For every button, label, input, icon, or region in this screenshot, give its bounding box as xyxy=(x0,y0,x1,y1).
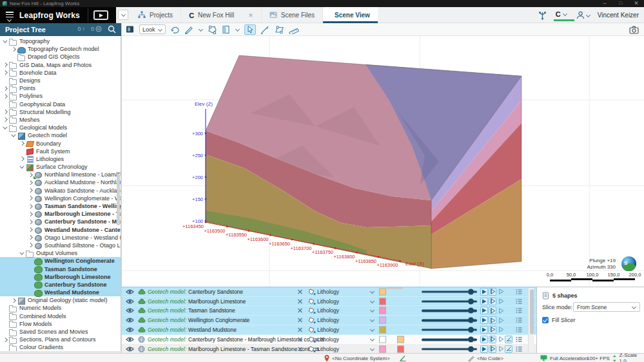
tab-scene-view[interactable]: Scene View xyxy=(323,7,378,23)
processing-play-button[interactable] xyxy=(93,10,108,20)
select-cursor-tool[interactable] xyxy=(244,24,256,35)
polygon-tool-icon[interactable] xyxy=(275,24,284,35)
window-minimize-button[interactable]: – xyxy=(599,0,610,7)
remove-shape-button[interactable] xyxy=(297,346,303,352)
show-nodes-button[interactable] xyxy=(497,326,505,334)
coordinate-system-status[interactable]: <No Coordinate System> xyxy=(324,354,407,362)
shape-properties-button[interactable] xyxy=(515,326,523,334)
chevron-right-icon[interactable] xyxy=(28,187,34,194)
colour-swatch[interactable] xyxy=(379,288,386,295)
tree-item[interactable]: Tasman Sandstone xyxy=(0,265,121,272)
orientation-globe-widget[interactable]: S xyxy=(621,256,636,271)
colour-swatch[interactable] xyxy=(397,336,404,343)
tree-item[interactable]: Points xyxy=(0,84,121,92)
colour-swatch[interactable] xyxy=(379,326,386,333)
texture-brush-button[interactable] xyxy=(505,345,512,353)
chevron-right-icon[interactable] xyxy=(28,195,34,202)
tree-item[interactable]: Original Geology (static model) xyxy=(0,296,121,304)
slice-mode-dropdown[interactable]: From Scene xyxy=(573,302,640,312)
colour-swatch[interactable] xyxy=(379,317,386,324)
tree-item[interactable]: Boundary xyxy=(0,139,121,147)
colouring-dropdown-chevron-icon[interactable] xyxy=(370,328,375,332)
show-nodes-button[interactable] xyxy=(497,345,505,353)
account-menu[interactable] xyxy=(576,11,590,19)
chevron-down-icon[interactable] xyxy=(3,124,9,131)
tree-item[interactable]: Canterbury Sandstone xyxy=(0,281,121,289)
tree-item[interactable]: Westland Mudstone - Canterbury Sands... xyxy=(0,226,121,234)
show-faces-button[interactable] xyxy=(480,298,488,305)
tree-item[interactable]: Meshes xyxy=(0,116,121,124)
chevron-right-icon[interactable] xyxy=(28,211,34,217)
shape-properties-button[interactable] xyxy=(515,288,523,296)
show-faces-button[interactable] xyxy=(480,307,488,314)
camera-snapshot-icon[interactable] xyxy=(629,24,639,35)
show-faces-button[interactable] xyxy=(480,336,488,343)
chevron-right-icon[interactable] xyxy=(3,117,9,123)
chevron-right-icon[interactable] xyxy=(3,336,9,343)
shape-properties-button[interactable] xyxy=(515,298,523,305)
tree-item[interactable]: Fault System xyxy=(0,148,121,155)
tree-scrollbar[interactable] xyxy=(117,174,120,225)
tree-item[interactable]: Otago Limestone - Westland Mudstone ... xyxy=(0,234,121,242)
draw-line-tool-icon[interactable] xyxy=(260,24,270,35)
slicer-box-icon[interactable] xyxy=(222,24,231,35)
tree-item[interactable]: Geological Models xyxy=(0,124,121,131)
show-faces-button[interactable] xyxy=(480,345,488,353)
main-menu-hamburger-icon[interactable] xyxy=(6,12,14,19)
visibility-eye-icon[interactable] xyxy=(126,298,134,304)
remove-shape-button[interactable] xyxy=(297,308,303,314)
show-edges-button[interactable] xyxy=(489,316,496,324)
show-faces-button[interactable] xyxy=(480,316,488,324)
tab-close-icon[interactable]: ✕ xyxy=(248,12,253,19)
tree-item[interactable]: Surface Chronology xyxy=(0,163,121,171)
show-edges-button[interactable] xyxy=(489,288,496,296)
chevron-right-icon[interactable] xyxy=(11,297,17,303)
tree-item[interactable]: Geophysical Data xyxy=(0,100,121,108)
chevron-right-icon[interactable] xyxy=(28,218,34,225)
colouring-dropdown-chevron-icon[interactable] xyxy=(370,290,375,294)
show-edges-button[interactable] xyxy=(489,336,496,343)
chevron-down-icon[interactable] xyxy=(19,164,26,170)
chevron-right-icon[interactable] xyxy=(28,227,34,233)
remove-shape-button[interactable] xyxy=(297,318,303,323)
branch-icon[interactable] xyxy=(538,11,547,20)
rotate-view-icon[interactable] xyxy=(170,24,180,35)
tree-item[interactable]: Borehole Data xyxy=(0,69,121,77)
tab-projects[interactable]: Projects xyxy=(130,7,181,23)
tree-item[interactable]: Polylines xyxy=(0,92,121,100)
tree-item[interactable]: Southland Siltstone - Otago Limestone ..… xyxy=(0,242,121,249)
panel-splitter-handle[interactable] xyxy=(386,287,403,289)
tree-item[interactable]: Colour Gradients xyxy=(0,343,121,351)
chevron-right-icon[interactable] xyxy=(28,242,34,249)
visibility-eye-icon[interactable] xyxy=(126,327,134,332)
visibility-eye-icon[interactable] xyxy=(126,289,134,294)
colouring-dropdown-chevron-icon[interactable] xyxy=(370,347,375,351)
visibility-eye-icon[interactable] xyxy=(126,308,134,314)
shape-properties-button[interactable] xyxy=(515,316,523,324)
tree-item[interactable]: Draped GIS Objects xyxy=(0,53,121,61)
texture-brush-button[interactable] xyxy=(505,336,512,343)
shape-properties-button[interactable] xyxy=(515,307,523,314)
opacity-slider[interactable] xyxy=(422,326,477,333)
tree-item[interactable]: Marlborough Limestone xyxy=(0,273,121,281)
tree-item[interactable]: Canterbury Sandstone - Marlbrough Li... xyxy=(0,218,121,225)
tree-item[interactable]: Sections, Plans and Contours xyxy=(0,336,121,343)
remove-shape-button[interactable] xyxy=(297,298,303,304)
tree-item[interactable]: Topography xyxy=(0,37,121,45)
chevron-right-icon[interactable] xyxy=(28,203,34,209)
tree-item[interactable]: Wellington Conglomerate - Waikato Sa... xyxy=(0,195,121,202)
chevron-down-icon[interactable] xyxy=(199,28,203,32)
show-faces-button[interactable] xyxy=(480,326,488,334)
window-close-button[interactable]: ✕ xyxy=(630,0,642,7)
scrollbar-thumb[interactable] xyxy=(530,289,534,334)
show-nodes-button[interactable] xyxy=(497,288,505,296)
z-scale-readout[interactable]: Z-Scale 1.0 xyxy=(612,354,644,362)
tree-item[interactable]: GIS Data, Maps and Photos xyxy=(0,61,121,69)
opacity-slider[interactable] xyxy=(422,288,477,295)
show-edges-button[interactable] xyxy=(489,298,496,305)
tree-item[interactable]: Wellington Conglomerate xyxy=(0,257,121,265)
visibility-eye-icon[interactable] xyxy=(126,346,134,352)
code-status[interactable]: <No Code> xyxy=(468,354,503,362)
shape-list-scrollbar[interactable] xyxy=(528,288,534,352)
tree-item[interactable]: Designs xyxy=(0,77,121,84)
